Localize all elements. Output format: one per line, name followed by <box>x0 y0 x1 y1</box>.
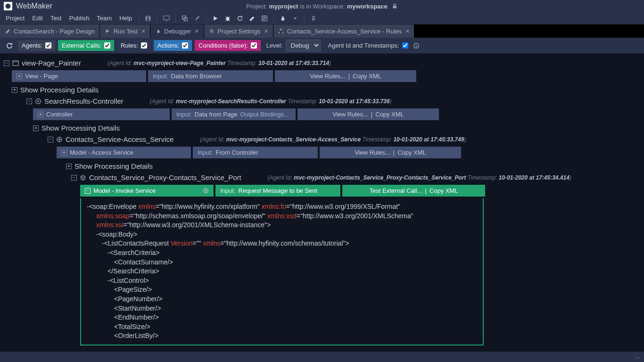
xml-viewer[interactable]: -<soap:Envelope xmlns="http://www.hyfini… <box>80 198 484 346</box>
cell-controller: +Controller <box>33 108 170 120</box>
view-rules-link[interactable]: View Rules... <box>332 111 368 118</box>
refresh-icon[interactable] <box>236 14 244 23</box>
svg-rect-9 <box>282 32 284 33</box>
form-icon[interactable] <box>260 14 269 23</box>
collapse-toggle[interactable]: − <box>85 188 91 194</box>
chevron-up-icon[interactable]: ︿ <box>635 354 640 361</box>
tab-bar: ContactSearch - Page Design Run Test × D… <box>0 25 644 38</box>
copy-xml-link[interactable]: Copy XML <box>429 187 458 194</box>
close-icon[interactable]: × <box>195 27 198 35</box>
menu-team[interactable]: Team <box>93 13 116 23</box>
menu-test[interactable]: Test <box>47 13 66 23</box>
tab-runtest[interactable]: Run Test × <box>100 25 150 38</box>
unlock-icon[interactable] <box>392 3 398 9</box>
bug-tab-icon <box>155 28 161 34</box>
app-name: WebMaker <box>16 2 52 10</box>
copy-icon[interactable] <box>181 14 189 23</box>
close-icon[interactable]: × <box>264 27 268 35</box>
view-rules-link[interactable]: View Rules... <box>310 73 346 80</box>
cell-input: Input: From Controller <box>193 147 318 158</box>
expand-toggle[interactable]: + <box>38 112 43 117</box>
view-rules-link[interactable]: View Rules... <box>355 149 390 156</box>
output-bindings-link[interactable]: Output Bindings... <box>240 111 289 118</box>
filter-bar: Agents: External Calls: Rules: Actions: … <box>0 38 644 54</box>
menu-project[interactable]: Project <box>2 13 28 23</box>
tab-settings[interactable]: Project Settings × <box>204 25 273 38</box>
gear-icon <box>209 28 215 34</box>
svg-rect-8 <box>279 32 280 33</box>
tab-contacts-service[interactable]: Contacts_Service-Access_Service - Rules … <box>273 25 415 38</box>
copy-xml-link[interactable]: Copy XML <box>375 111 404 118</box>
filter-conditions[interactable]: Conditions (false): <box>195 40 261 51</box>
project-info: Project: myproject is in Workspace: mywo… <box>246 3 397 10</box>
save-icon[interactable] <box>144 14 152 23</box>
cell-model-access: +Model - Access Service <box>57 147 191 158</box>
test-external-link[interactable]: Test External Call... <box>369 187 422 194</box>
svg-point-6 <box>211 30 213 32</box>
close-icon[interactable]: × <box>141 27 145 35</box>
chevron-down-icon[interactable] <box>291 14 299 23</box>
expand-toggle[interactable]: + <box>33 125 39 131</box>
tab-debugger[interactable]: Debugger × <box>150 25 204 38</box>
copy-xml-link[interactable]: Copy XML <box>397 149 426 156</box>
svg-point-5 <box>157 30 159 33</box>
filter-external-calls[interactable]: External Calls: <box>58 40 114 51</box>
agents-checkbox[interactable] <box>45 42 51 49</box>
node-contacts-proxy[interactable]: Contacts_Service_Proxy-Contacts_Service_… <box>89 173 241 181</box>
copy-xml-link[interactable]: Copy XML <box>353 73 381 80</box>
page-icon <box>5 28 11 34</box>
lock-toolbar-icon[interactable] <box>279 14 287 23</box>
globe-icon <box>203 188 209 194</box>
processing-details-link[interactable]: Show Processing Details <box>41 124 120 132</box>
conditions-checkbox[interactable] <box>251 42 257 49</box>
edit-icon[interactable] <box>248 14 256 23</box>
cell-actions: View Rules... | Copy XML <box>320 147 461 158</box>
menu-edit[interactable]: Edit <box>28 13 46 23</box>
collapse-toggle[interactable]: − <box>4 60 9 66</box>
menu-bar: Project Edit Test Publish Team Help <box>0 12 644 25</box>
title-bar: WebMaker Project: myproject is in Worksp… <box>0 0 644 12</box>
expand-toggle[interactable]: + <box>17 74 22 79</box>
cell-actions: View Rules... | Copy XML <box>275 70 416 82</box>
debug-tree[interactable]: − view-Page_Painter (Agent Id: mvc-mypro… <box>0 54 644 360</box>
level-select[interactable]: Debug <box>286 40 321 51</box>
cell-model-invoke: −Model - Invoke Service <box>80 185 214 197</box>
expand-toggle[interactable]: + <box>12 87 17 93</box>
node-searchresults-controller[interactable]: SearchResults-Controller <box>44 97 124 105</box>
filter-actions[interactable]: Actions: <box>154 40 192 51</box>
globe-icon <box>56 136 63 143</box>
filter-agents[interactable]: Agents: <box>18 40 55 51</box>
close-icon[interactable]: × <box>405 27 409 35</box>
expand-toggle[interactable]: + <box>66 164 72 169</box>
expand-toggle[interactable]: + <box>61 150 67 156</box>
filter-rules[interactable]: Rules: <box>117 40 151 51</box>
menu-help[interactable]: Help <box>116 13 136 23</box>
refresh-button[interactable] <box>4 40 15 51</box>
processing-details-link[interactable]: Show Processing Details <box>74 162 153 170</box>
cell-actions: Test External Call... | Copy XML <box>342 185 485 197</box>
lightbulb-icon[interactable] <box>309 14 318 23</box>
menu-publish[interactable]: Publish <box>66 13 93 23</box>
monitor-icon[interactable] <box>162 14 171 23</box>
svg-rect-11 <box>13 60 18 65</box>
agent-ts-label: Agent Id and Timestamps: <box>328 42 399 49</box>
app-logo <box>4 2 12 10</box>
external-checkbox[interactable] <box>104 42 110 49</box>
processing-details-link[interactable]: Show Processing Details <box>20 86 99 94</box>
bug-icon[interactable] <box>223 14 232 23</box>
collapse-toggle[interactable]: − <box>71 175 77 181</box>
node-view-page-painter[interactable]: view-Page_Painter <box>22 59 81 67</box>
svg-rect-7 <box>281 29 282 30</box>
tab-contactsearch[interactable]: ContactSearch - Page Design <box>0 25 100 38</box>
play-icon[interactable] <box>211 14 220 23</box>
info-icon[interactable] <box>413 42 420 49</box>
agent-ts-checkbox[interactable] <box>402 42 408 49</box>
node-contacts-service[interactable]: Contacts_Service-Access_Service <box>66 135 173 143</box>
rules-checkbox[interactable] <box>141 42 147 49</box>
actions-checkbox[interactable] <box>182 42 188 49</box>
cell-input: Input: Data from Page Output Bindings... <box>172 108 296 120</box>
collapse-toggle[interactable]: − <box>48 137 53 142</box>
brush-icon[interactable] <box>193 14 201 23</box>
controller-icon <box>35 98 41 105</box>
collapse-toggle[interactable]: − <box>26 99 32 104</box>
